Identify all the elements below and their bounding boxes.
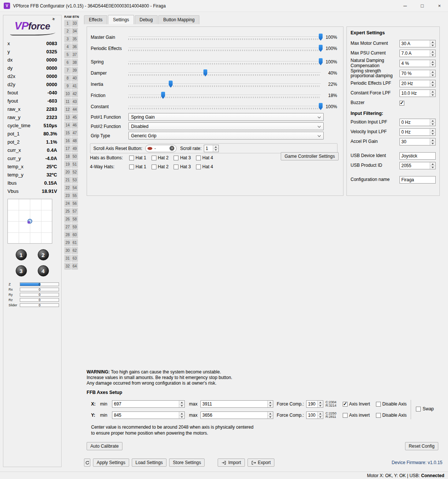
tab-button-mapping[interactable]: Button Mapping — [158, 15, 199, 24]
spin-up-button[interactable] — [430, 138, 435, 142]
close-button[interactable]: × — [431, 0, 448, 12]
spin-down-button[interactable] — [430, 123, 435, 126]
slider-track[interactable] — [128, 69, 321, 77]
tab-effects[interactable]: Effects — [84, 15, 107, 24]
spin-up-button[interactable] — [179, 412, 184, 416]
hat-option[interactable]: Hat 4 — [196, 155, 213, 160]
expert-setting-spinner[interactable]: 10.0 Hz — [399, 90, 436, 97]
spin-down-button[interactable] — [430, 94, 435, 97]
tab-debug[interactable]: Debug — [135, 15, 158, 24]
slider-track[interactable] — [128, 34, 321, 41]
spin-up-button[interactable] — [430, 80, 435, 84]
slider-track[interactable] — [128, 92, 321, 99]
tab-settings[interactable]: Settings — [108, 15, 134, 24]
spin-down-button[interactable] — [179, 404, 184, 408]
expert-setting-spinner[interactable]: 4 % — [399, 60, 436, 67]
scroll-axis-reset-button[interactable]: - × — [145, 145, 177, 152]
clear-icon[interactable]: × — [169, 146, 174, 151]
spin-up-button[interactable] — [268, 401, 273, 404]
hat-checkbox[interactable] — [196, 165, 201, 169]
configuration-name-input[interactable]: Firaga — [399, 176, 436, 184]
hat-checkbox[interactable] — [152, 165, 156, 169]
slider-track[interactable] — [128, 45, 321, 52]
axis-y-disable[interactable]: Disable Axis — [376, 413, 407, 418]
axis-x-invert[interactable]: Axis Invert — [343, 401, 374, 407]
swap-option[interactable]: Swap — [416, 406, 434, 411]
spin-up-button[interactable] — [430, 70, 435, 74]
maximize-button[interactable]: □ — [414, 0, 431, 12]
axis-y-invert[interactable]: Axis invert — [343, 413, 374, 418]
usb-device-ident-input[interactable]: Joystick — [399, 152, 436, 160]
expert-setting-spinner[interactable]: 70 % — [399, 70, 436, 77]
spin-down-button[interactable] — [430, 63, 435, 67]
hat-option[interactable]: Hat 1 — [129, 155, 146, 160]
axis-x-force-comp-spinner[interactable]: 190 — [306, 400, 323, 408]
swap-checkbox[interactable] — [416, 407, 421, 411]
axis-y-force-comp-spinner[interactable]: 100 — [306, 411, 323, 419]
hat-option[interactable]: Hat 3 — [174, 164, 191, 169]
spin-down-button[interactable] — [430, 54, 435, 57]
pot1-function-select[interactable]: Spring Gain — [128, 113, 324, 121]
expert-setting-spinner[interactable]: 7.0 A — [399, 50, 436, 57]
minimize-button[interactable]: ─ — [396, 0, 414, 12]
filter-setting-spinner[interactable]: 0 Hz — [399, 128, 436, 136]
spin-down-button[interactable] — [430, 74, 435, 77]
game-controller-settings-button[interactable]: Game Controller Settings — [281, 152, 339, 160]
load-settings-button[interactable]: Load Settings — [132, 458, 167, 467]
buzzer-checkbox[interactable] — [399, 101, 404, 106]
expert-setting-spinner[interactable]: 30 A — [399, 40, 436, 47]
slider-track[interactable] — [128, 103, 321, 110]
spin-down-button[interactable] — [430, 132, 435, 136]
spin-down-button[interactable] — [268, 416, 273, 419]
spin-up-button[interactable] — [179, 401, 184, 404]
apply-settings-button[interactable]: Apply Settings — [93, 458, 129, 467]
scroll-rate-spinner[interactable]: 1 — [204, 145, 219, 152]
axis-x-disable[interactable]: Disable Axis — [376, 401, 407, 407]
axis-y-max-spinner[interactable]: 3656 — [200, 411, 273, 419]
spin-up-button[interactable] — [430, 50, 435, 54]
spin-up-button[interactable] — [430, 40, 435, 44]
hat-checkbox[interactable] — [174, 165, 178, 169]
axis-x-disable-checkbox[interactable] — [376, 402, 381, 407]
grip-type-select[interactable]: Generic Grip — [128, 132, 324, 140]
export-button[interactable]: Export — [248, 458, 275, 467]
axis-x-invert-checkbox[interactable] — [343, 402, 348, 407]
axis-y-invert-checkbox[interactable] — [343, 413, 348, 418]
hat-option[interactable]: Hat 4 — [196, 164, 213, 169]
hat-option[interactable]: Hat 1 — [129, 164, 146, 169]
reset-config-button[interactable]: Reset Config — [405, 442, 438, 450]
hat-checkbox[interactable] — [196, 156, 201, 160]
axis-x-max-spinner[interactable]: 3911 — [200, 400, 273, 408]
slider-track[interactable] — [128, 58, 321, 66]
spin-down-button[interactable] — [318, 416, 323, 419]
refresh-button[interactable] — [84, 458, 90, 467]
spin-down-button[interactable] — [318, 404, 323, 408]
filter-setting-spinner[interactable]: 30 — [399, 138, 436, 145]
hat-option[interactable]: Hat 2 — [152, 164, 169, 169]
hat-checkbox[interactable] — [129, 156, 134, 160]
spin-up-button[interactable] — [430, 129, 435, 132]
filter-setting-spinner[interactable]: 0 Hz — [399, 119, 436, 126]
spin-up-button[interactable] — [430, 119, 435, 123]
spin-up-button[interactable] — [213, 145, 218, 149]
axis-y-disable-checkbox[interactable] — [376, 413, 381, 418]
spin-up-button[interactable] — [430, 60, 435, 64]
import-button[interactable]: Import — [218, 458, 245, 467]
hat-checkbox[interactable] — [152, 156, 156, 160]
spin-down-button[interactable] — [430, 166, 435, 169]
spin-up-button[interactable] — [318, 401, 323, 404]
spin-down-button[interactable] — [430, 84, 435, 87]
hat-checkbox[interactable] — [174, 156, 178, 160]
spin-down-button[interactable] — [213, 148, 218, 152]
spin-down-button[interactable] — [268, 404, 273, 408]
usb-product-id-spinner[interactable]: 2055 — [399, 162, 436, 169]
hat-option[interactable]: Hat 3 — [174, 155, 191, 160]
spin-up-button[interactable] — [318, 412, 323, 416]
expert-setting-spinner[interactable]: 20 Hz — [399, 80, 436, 87]
axis-x-min-spinner[interactable]: 697 — [112, 400, 185, 408]
spin-up-button[interactable] — [268, 412, 273, 416]
hat-option[interactable]: Hat 2 — [152, 155, 169, 160]
store-settings-button[interactable]: Store Settings — [169, 458, 205, 467]
spin-down-button[interactable] — [430, 44, 435, 47]
spin-up-button[interactable] — [430, 90, 435, 94]
